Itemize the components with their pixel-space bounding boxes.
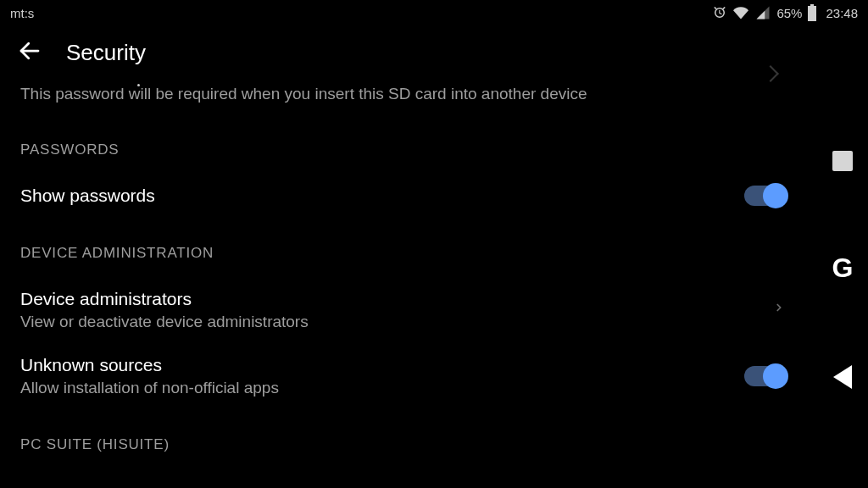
device-administrators-item[interactable]: Device administrators View or deactivate…	[20, 277, 785, 343]
list-item-title: Device administrators	[20, 289, 309, 309]
settings-list: This password will be required when you …	[0, 83, 805, 469]
section-header-device-admin: DEVICE ADMINISTRATION	[20, 218, 785, 277]
list-item-subtitle: This password will be required when you …	[20, 85, 587, 103]
app-bar: Security	[0, 25, 868, 80]
list-item-subtitle: View or deactivate device administrators	[20, 313, 309, 331]
show-passwords-item[interactable]: Show passwords	[20, 174, 785, 218]
battery-percent: 65%	[776, 6, 802, 20]
alarm-icon	[712, 5, 727, 20]
back-button[interactable]	[17, 38, 42, 67]
battery-icon	[807, 4, 817, 21]
carrier-label: mt:s	[10, 6, 34, 20]
navigation-bar: G	[817, 0, 868, 488]
chevron-right-icon	[773, 297, 785, 323]
list-item-title: Show passwords	[20, 186, 155, 206]
unknown-sources-item[interactable]: Unknown sources Allow installation of no…	[20, 343, 785, 409]
back-nav-button[interactable]	[833, 365, 852, 389]
signal-icon	[754, 5, 771, 20]
status-bar: mt:s 65% 23:48	[0, 0, 868, 25]
page-title: Security	[66, 40, 146, 66]
section-header-pc-suite: PC SUITE (HISUITE)	[20, 409, 785, 469]
unknown-sources-toggle[interactable]	[744, 366, 785, 386]
list-item-subtitle: Allow installation of non-official apps	[20, 379, 279, 397]
list-item-title: Unknown sources	[20, 355, 279, 375]
wifi-icon	[732, 5, 749, 20]
sd-card-password-item[interactable]: This password will be required when you …	[20, 83, 785, 106]
home-button[interactable]: G	[832, 252, 854, 284]
svg-rect-0	[809, 8, 815, 20]
show-passwords-toggle[interactable]	[744, 186, 785, 206]
recents-button[interactable]	[832, 151, 853, 171]
section-header-passwords: PASSWORDS	[20, 114, 785, 174]
